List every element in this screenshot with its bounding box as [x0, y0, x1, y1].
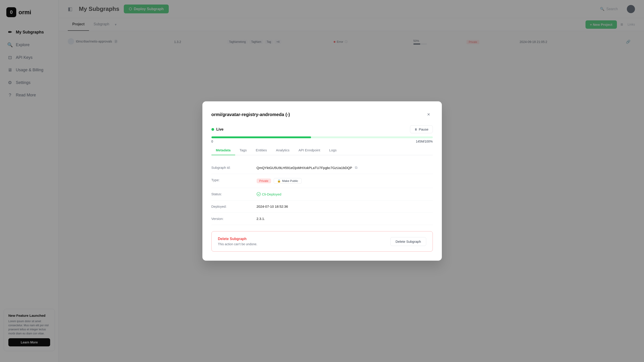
tab-entities[interactable]: Entities [251, 145, 271, 155]
type-label: Type: [212, 178, 256, 182]
live-indicator: Live [212, 127, 224, 131]
metadata-row-version: Version: 2.3.1. [212, 213, 433, 225]
tab-metadata[interactable]: Metadata [212, 145, 235, 155]
live-dot-icon [212, 128, 214, 131]
copy-icon[interactable]: ⧉ [355, 166, 357, 170]
delete-title: Delete Subgraph [218, 237, 258, 241]
metadata-row-type: Type: Private 🔒 Make Public [212, 174, 433, 188]
subgraph-id-value: QmQYktGU5U9LH591eDjoMHXxkPLaTU7Fpgbc7GzU… [256, 166, 433, 170]
metadata-row-deployed: Deployed: 2024-07-10 18:52:36 [212, 201, 433, 213]
delete-description: This action can't be undone. [218, 242, 258, 246]
tab-analytics[interactable]: Analytics [271, 145, 294, 155]
delete-text: Delete Subgraph This action can't be und… [218, 237, 258, 246]
modal-close-button[interactable]: × [425, 110, 433, 119]
cli-deployed-badge: Cli-Deployed [256, 192, 282, 196]
tab-api-endpoint[interactable]: API Enndpoint [294, 145, 324, 155]
modal-overlay[interactable]: ormi/gravatar-registry-andromeda (-) × L… [0, 0, 644, 362]
tab-logs[interactable]: Logs [324, 145, 341, 155]
subgraph-id-label: Subgraph id: [212, 166, 256, 169]
deployed-value: 2024-07-10 18:52:36 [256, 205, 433, 208]
deployed-label: Deployed: [212, 205, 256, 208]
tab-tags[interactable]: Tags [235, 145, 252, 155]
progress-bar-fill [212, 136, 311, 138]
private-tag: Private [256, 178, 271, 183]
pause-icon: ⏸ [414, 128, 418, 131]
progress-label-left: 0 [212, 140, 213, 143]
cli-icon [256, 192, 261, 196]
pause-button[interactable]: ⏸ Pause [410, 125, 433, 133]
modal-header: ormi/gravatar-registry-andromeda (-) × [212, 110, 433, 119]
version-label: Version: [212, 217, 256, 221]
lock-icon: 🔒 [277, 179, 281, 183]
progress-labels: 0 145M/100% [212, 140, 433, 143]
delete-subgraph-button[interactable]: Delete Subgraph [390, 237, 426, 246]
version-value: 2.3.1. [256, 217, 433, 221]
live-status-row: Live ⏸ Pause [212, 125, 433, 133]
live-label: Live [216, 127, 224, 131]
status-value: Cli-Deployed [256, 192, 433, 196]
svg-point-0 [256, 192, 260, 196]
progress-container: 0 145M/100% [212, 136, 433, 143]
metadata-row-subgraph-id: Subgraph id: QmQYktGU5U9LH591eDjoMHXxkPL… [212, 161, 433, 174]
modal-title: ormi/gravatar-registry-andromeda (-) [212, 112, 290, 117]
delete-section: Delete Subgraph This action can't be und… [212, 231, 433, 252]
modal-tabs: Metadata Tags Entities Analytics API Enn… [212, 145, 433, 155]
progress-bar-background [212, 136, 433, 138]
status-label: Status: [212, 192, 256, 196]
type-value: Private 🔒 Make Public [256, 178, 433, 184]
modal-dialog: ormi/gravatar-registry-andromeda (-) × L… [202, 101, 442, 261]
metadata-row-status: Status: Cli-Deployed [212, 188, 433, 201]
make-public-button[interactable]: 🔒 Make Public [274, 178, 302, 184]
progress-label-right: 145M/100% [416, 140, 433, 143]
